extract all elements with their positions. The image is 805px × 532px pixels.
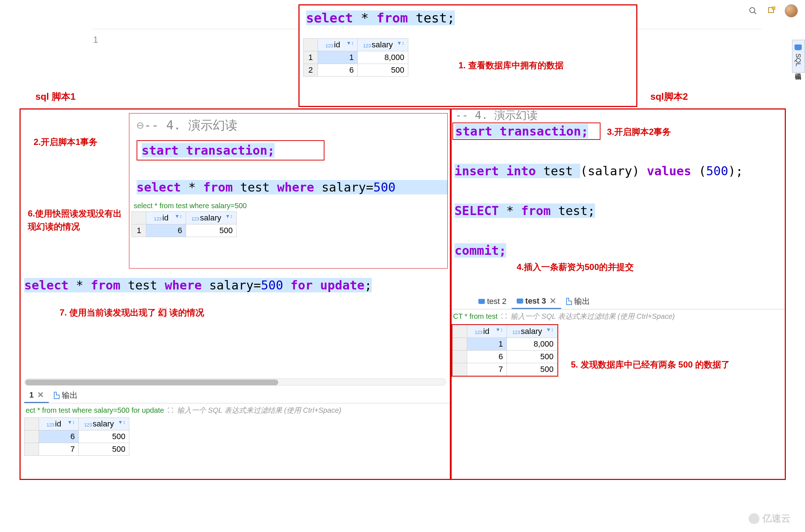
table-row[interactable]: 118,000 (304, 51, 408, 64)
search-icon[interactable] (747, 5, 759, 17)
close-icon[interactable]: ✕ (550, 296, 556, 306)
annotation-7: 7. 使用当前读发现出现了 幻 读的情况 (60, 307, 204, 318)
box-start-tx-left: start transaction; (137, 140, 324, 160)
annotation-6: 6.使用快照读发现没有出现幻读的情况 (28, 207, 122, 233)
result-tabs-right: test 2 test 3✕ 输出 (452, 294, 785, 309)
annotation-1: 1. 查看数据库中拥有的数据 (459, 60, 564, 71)
annotation-3: 3.开启脚本2事务 (607, 126, 671, 138)
bg-line-number: 1 (93, 35, 98, 45)
col-header-salary[interactable]: 123salary▼↕ (358, 39, 408, 51)
box-start-tx-right: start transaction; (452, 123, 600, 140)
comment-line: ⊖-- 4. 演示幻读 (129, 113, 447, 137)
filter-input[interactable]: 输入一个 SQL 表达式来过滤结果 (使用 Ctrl+Space) (177, 406, 341, 415)
svg-line-1 (754, 12, 756, 14)
label-script2: sql脚本2 (650, 90, 688, 103)
sql-commit: commit; (455, 243, 506, 258)
expand-icon[interactable]: ⛶ (168, 407, 173, 414)
result-table-right: 123id▼↕ 123salary▼↕ 18,000 6500 7500 (452, 325, 558, 376)
sql-start-transaction-right: start transaction; (455, 124, 588, 138)
sql-select-right: SELECT * from test; (455, 203, 595, 218)
perspective-icon[interactable] (766, 5, 778, 17)
table-row[interactable]: 7500 (25, 443, 129, 456)
tab-test-2[interactable]: test 2 (473, 295, 512, 308)
result-table-top: 123id▼↕ 123salary▼↕ 118,000 26500 (303, 38, 408, 77)
sql-filter-row-left: ect * from test where salary=500 for upd… (24, 403, 450, 417)
sql-insert: insert into test (salary) values (500); (455, 164, 743, 178)
output-icon (566, 298, 572, 305)
database-icon (795, 44, 802, 50)
close-icon[interactable]: ✕ (37, 390, 44, 400)
tab-test-3[interactable]: test 3✕ (512, 294, 561, 309)
mini-sql-text: select * from test where salary=500 (132, 202, 447, 210)
annotation-4: 4.插入一条薪资为500的并提交 (517, 261, 634, 273)
col-header-id[interactable]: 123id▼↕ (146, 212, 186, 224)
right-sidebar-sql-editor[interactable]: SQL 编辑器 (792, 40, 805, 73)
panel-right: -- 4. 演示幻读 start transaction; 3.开启脚本2事务 … (451, 108, 786, 480)
right-sidebar-label: SQL 编辑器 (795, 53, 802, 68)
svg-point-0 (750, 8, 755, 13)
annotation-2: 2.开启脚本1事务 (34, 136, 98, 148)
sql-select-all: select * from test; (300, 5, 636, 28)
watermark: 亿速云 (749, 512, 791, 525)
filter-input[interactable]: 输入一个 SQL 表达式来过滤结果 (使用 Ctrl+Space) (511, 312, 675, 321)
panel-top: select * from test; 123id▼↕ 123salary▼↕ … (298, 4, 637, 107)
table-row[interactable]: 16500 (132, 224, 237, 237)
cloud-icon (749, 513, 759, 524)
col-header-salary[interactable]: 123salary▼↕ (186, 212, 237, 224)
table-icon (517, 299, 523, 304)
result-table-left: 123id▼↕ 123salary▼↕ 6500 7500 (24, 417, 129, 456)
avatar[interactable] (785, 4, 798, 17)
col-header-salary[interactable]: 123salary▼↕ (79, 418, 129, 430)
result-table-snapshot: 123id▼↕ 123salary▼↕ 16500 (132, 211, 237, 237)
table-row[interactable]: 6500 (453, 351, 558, 363)
sql-select-where: select * from test where salary=500 (137, 180, 447, 194)
table-row[interactable]: 6500 (25, 430, 129, 443)
table-row[interactable]: 7500 (453, 363, 558, 376)
panel-left: 2.开启脚本1事务 ⊖-- 4. 演示幻读 start transaction;… (20, 108, 451, 480)
sql-filter-row-right: CT * from test ⛶ 输入一个 SQL 表达式来过滤结果 (使用 C… (452, 309, 785, 323)
col-header-id[interactable]: 123id▼↕ (39, 418, 79, 430)
result-tabs-left: 1✕ 输出 (24, 388, 450, 403)
tab-output[interactable]: 输出 (561, 294, 595, 309)
tab-output[interactable]: 输出 (49, 388, 83, 403)
col-header-id[interactable]: 123id▼↕ (467, 325, 507, 338)
table-row[interactable]: 26500 (304, 64, 408, 77)
sql-start-transaction-left: start transaction; (142, 143, 275, 158)
box-snapshot: ⊖-- 4. 演示幻读 start transaction; select * … (129, 113, 448, 269)
col-header-salary[interactable]: 123salary▼↕ (507, 325, 558, 338)
output-icon (54, 392, 60, 399)
svg-rect-3 (772, 7, 775, 9)
annotation-5: 5. 发现数据库中已经有两条 500 的数据了 (571, 359, 730, 370)
sql-select-for-update: select * from test where salary=500 for … (24, 278, 372, 292)
col-header-id[interactable]: 123id▼↕ (318, 39, 358, 51)
table-row[interactable]: 18,000 (453, 338, 558, 351)
bg-comment-right: -- 4. 演示幻读 (455, 108, 538, 123)
expand-icon[interactable]: ⛶ (501, 313, 507, 320)
box-result-right: 123id▼↕ 123salary▼↕ 18,000 6500 7500 (452, 324, 558, 377)
label-script1: sql 脚本1 (35, 90, 76, 103)
horizontal-scrollbar[interactable] (24, 378, 446, 386)
table-icon (478, 299, 485, 304)
tab-result-1[interactable]: 1✕ (24, 388, 49, 403)
